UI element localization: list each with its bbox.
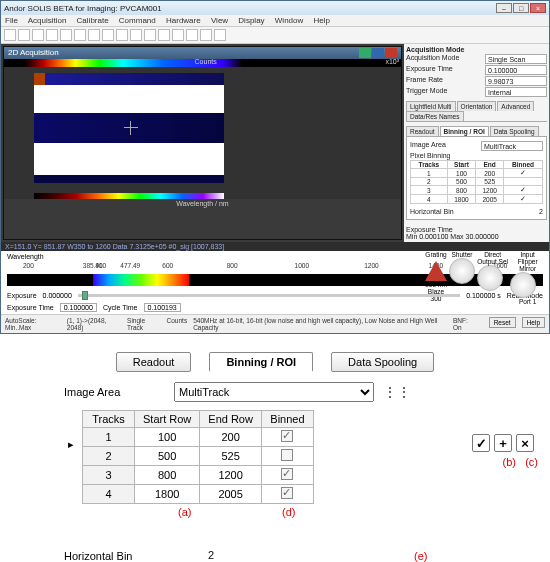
tab-orientation[interactable]: Orientation [457,101,497,111]
toolbar-icon[interactable] [144,29,156,41]
mode-select[interactable]: Single Scan [485,54,547,64]
checkbox-icon[interactable] [281,430,293,442]
table-row[interactable]: 1100200✓ [411,169,543,178]
menu-help[interactable]: Help [314,16,330,25]
cell-binned[interactable] [261,466,313,485]
panel-min-icon[interactable] [359,48,371,58]
reset-button[interactable]: Reset [489,317,516,328]
toolbar-icon[interactable] [172,29,184,41]
table-row[interactable]: 3 800 1200 [83,466,314,485]
checkbox-icon[interactable] [281,449,293,461]
toolbar-icon[interactable] [74,29,86,41]
minimize-button[interactable]: – [496,3,512,13]
mini-th-tracks: Tracks [411,161,448,169]
menu-view[interactable]: View [211,16,228,25]
mini-hbin-value[interactable]: 2 [539,208,543,215]
tab-spooling-mini[interactable]: Data Spooling [490,126,539,136]
toolbar-icon[interactable] [46,29,58,41]
tab-lightfield[interactable]: Lightfield Multi [406,101,456,111]
counts-colorbar: Counts x10³ [4,59,401,67]
tab-spooling[interactable]: Data Spooling [331,352,434,372]
image-display[interactable] [4,67,401,199]
toolbar-icon[interactable] [158,29,170,41]
cell-start[interactable]: 500 [135,447,200,466]
cell-start[interactable]: 800 [135,466,200,485]
toolbar-icon[interactable] [88,29,100,41]
cell-end[interactable]: 525 [200,447,262,466]
image-frame [34,73,224,183]
annotation-c: (c) [525,456,538,468]
help-button[interactable]: Help [522,317,545,328]
image-area-row: Image Area MultiTrack ⋮⋮ [64,382,486,402]
toolbar-icon[interactable] [18,29,30,41]
menu-calibrate[interactable]: Calibrate [77,16,109,25]
menu-hardware[interactable]: Hardware [166,16,201,25]
menu-acquisition[interactable]: Acquisition [28,16,67,25]
toolbar-icon[interactable] [102,29,114,41]
cell-start[interactable]: 100 [135,428,200,447]
mini-tracks-table: TracksStartEndBinned 1100200✓ 2500525 38… [410,160,543,204]
tab-readout-mini[interactable]: Readout [406,126,439,136]
footer-bar: AutoScale: Min..Max (1, 1)->(2048, 2048)… [1,314,549,333]
table-row[interactable]: 2 500 525 [83,447,314,466]
cell-start[interactable]: 1800 [135,485,200,504]
grating-icon[interactable] [425,261,447,281]
flipper-knob[interactable] [510,272,536,298]
tab-binning[interactable]: Binning / ROI [209,352,313,372]
menu-window[interactable]: Window [275,16,303,25]
exp-time-input[interactable]: 0.100000 [60,303,97,312]
panel-max-icon[interactable] [372,48,384,58]
table-row[interactable]: 38001200✓ [411,186,543,195]
image-area-select[interactable]: MultiTrack [174,382,374,402]
toolbar-icon[interactable] [32,29,44,41]
toolbar-icon[interactable] [186,29,198,41]
binning-mini-body: Image AreaMultiTrack Pixel Binning Track… [406,137,547,220]
cell-binned[interactable] [261,428,313,447]
table-row[interactable]: 4 1800 2005 [83,485,314,504]
toolbar-icon[interactable] [60,29,72,41]
toolbar-icon[interactable] [200,29,212,41]
cell-binned[interactable] [261,447,313,466]
add-track-button[interactable]: + [494,434,512,452]
confirm-button[interactable]: ✓ [472,434,490,452]
mode-label: Acquisition Mode [406,54,485,64]
cell-binned[interactable] [261,485,313,504]
toolbar-icon[interactable] [130,29,142,41]
hbin-input[interactable]: 2 [204,548,384,562]
toolbar-icon[interactable] [214,29,226,41]
table-row[interactable]: 2500525 [411,178,543,186]
menu-command[interactable]: Command [119,16,156,25]
menu-display[interactable]: Display [238,16,264,25]
close-button[interactable]: × [530,3,546,13]
checkbox-icon[interactable] [281,487,293,499]
tick: 600 [162,262,173,269]
more-icon[interactable]: ⋮⋮ [384,385,412,399]
exposure-slider[interactable] [78,294,460,297]
toolbar [1,27,549,44]
tab-binning-mini[interactable]: Binning / ROI [440,126,489,136]
tick: 200 [23,262,34,269]
tab-advanced[interactable]: Advanced [497,101,534,111]
tab-datares[interactable]: Data/Res Names [406,111,464,121]
table-row[interactable]: 1 100 200 [83,428,314,447]
mini-image-area-select[interactable]: MultiTrack [481,141,543,151]
panel-close-icon[interactable] [385,48,397,58]
checkbox-icon[interactable] [281,468,293,480]
table-row[interactable]: 418002005✓ [411,195,543,204]
menu-file[interactable]: File [5,16,18,25]
output-knob[interactable] [477,265,503,291]
maximize-button[interactable]: □ [513,3,529,13]
cell-end[interactable]: 1200 [200,466,262,485]
slider-thumb[interactable] [82,291,88,300]
th-start: Start Row [135,411,200,428]
remove-track-button[interactable]: × [516,434,534,452]
tracks-table-wrap: ▸ Tracks Start Row End Row Binned 1 100 … [82,410,468,504]
cell-end[interactable]: 200 [200,428,262,447]
shutter-knob[interactable] [449,258,475,284]
cell-end[interactable]: 2005 [200,485,262,504]
toolbar-icon[interactable] [4,29,16,41]
trigger-select[interactable]: Internal [485,87,547,97]
exposure-input[interactable]: 0.100000 [485,65,547,75]
toolbar-icon[interactable] [116,29,128,41]
tab-readout[interactable]: Readout [116,352,192,372]
